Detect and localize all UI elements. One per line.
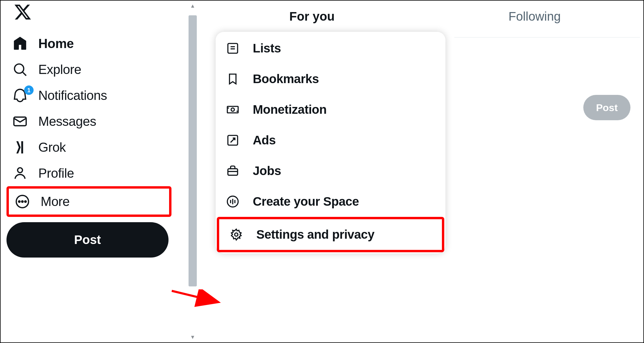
post-button-label: Post xyxy=(74,233,101,247)
x-logo[interactable] xyxy=(14,3,171,22)
svg-point-6 xyxy=(22,201,23,202)
svg-rect-11 xyxy=(227,106,238,113)
nav-home-label: Home xyxy=(38,36,74,51)
nav-more-label: More xyxy=(41,194,70,209)
scroll-up-arrow[interactable]: ▲ xyxy=(188,2,197,9)
menu-monetization[interactable]: Monetization xyxy=(216,94,445,125)
envelope-icon xyxy=(12,114,28,129)
nav-messages[interactable]: Messages xyxy=(6,108,171,134)
person-icon xyxy=(12,166,28,181)
menu-jobs[interactable]: Jobs xyxy=(216,156,445,186)
tab-following[interactable]: Following xyxy=(508,9,561,24)
nav-notifications-label: Notifications xyxy=(38,88,107,103)
nav-profile-label: Profile xyxy=(38,166,74,181)
menu-create-space-label: Create your Space xyxy=(253,194,359,209)
menu-ads-label: Ads xyxy=(253,133,276,147)
microphone-icon xyxy=(226,194,240,209)
mini-post-button[interactable]: Post xyxy=(583,95,630,120)
menu-bookmarks-label: Bookmarks xyxy=(253,72,319,86)
more-menu: Lists Bookmarks Monetization Ads Jobs Cr… xyxy=(216,32,445,253)
ads-icon xyxy=(226,133,240,147)
menu-ads[interactable]: Ads xyxy=(216,125,445,156)
svg-point-12 xyxy=(231,108,235,111)
scrollbar[interactable]: ▲ ▼ xyxy=(188,2,197,341)
nav-explore[interactable]: Explore xyxy=(6,57,171,83)
bookmark-icon xyxy=(226,72,240,86)
svg-rect-16 xyxy=(228,169,238,175)
post-button[interactable]: Post xyxy=(6,222,169,258)
menu-bookmarks[interactable]: Bookmarks xyxy=(216,64,445,94)
notification-badge: 1 xyxy=(24,85,34,95)
menu-lists[interactable]: Lists xyxy=(216,33,445,64)
more-icon xyxy=(15,194,30,209)
menu-create-space[interactable]: Create your Space xyxy=(216,186,445,217)
lists-icon xyxy=(226,41,240,55)
grok-icon xyxy=(12,140,28,155)
mini-post-label: Post xyxy=(596,102,618,113)
scroll-down-arrow[interactable]: ▼ xyxy=(188,334,197,341)
menu-lists-label: Lists xyxy=(253,41,281,55)
svg-line-1 xyxy=(23,72,26,75)
menu-jobs-label: Jobs xyxy=(253,164,281,178)
svg-point-0 xyxy=(14,64,24,73)
tab-for-you-label: For you xyxy=(289,9,335,23)
briefcase-icon xyxy=(226,164,240,178)
tab-following-label: Following xyxy=(508,9,561,23)
tab-for-you[interactable]: For you xyxy=(289,9,335,24)
timeline-tabs: For you Following xyxy=(207,9,638,24)
svg-point-7 xyxy=(25,201,26,202)
divider xyxy=(454,37,640,38)
nav-explore-label: Explore xyxy=(38,62,81,77)
nav-more[interactable]: More xyxy=(6,186,171,217)
nav-messages-label: Messages xyxy=(38,114,96,129)
home-icon xyxy=(12,36,28,51)
svg-point-3 xyxy=(18,168,23,173)
sidebar: Home Explore 1 Notifications Messages Gr… xyxy=(6,3,171,258)
menu-settings-privacy[interactable]: Settings and privacy xyxy=(217,217,444,252)
menu-settings-privacy-label: Settings and privacy xyxy=(256,227,374,242)
money-icon xyxy=(226,103,240,117)
search-icon xyxy=(12,62,28,77)
nav-grok[interactable]: Grok xyxy=(6,134,171,160)
nav-profile[interactable]: Profile xyxy=(6,160,171,186)
svg-point-22 xyxy=(235,233,238,236)
svg-point-5 xyxy=(19,201,20,202)
nav-home[interactable]: Home xyxy=(6,31,171,57)
nav-grok-label: Grok xyxy=(38,140,66,155)
scrollbar-thumb[interactable] xyxy=(189,15,197,286)
nav-notifications[interactable]: 1 Notifications xyxy=(6,83,171,108)
menu-monetization-label: Monetization xyxy=(253,103,327,117)
gear-icon xyxy=(229,227,243,242)
